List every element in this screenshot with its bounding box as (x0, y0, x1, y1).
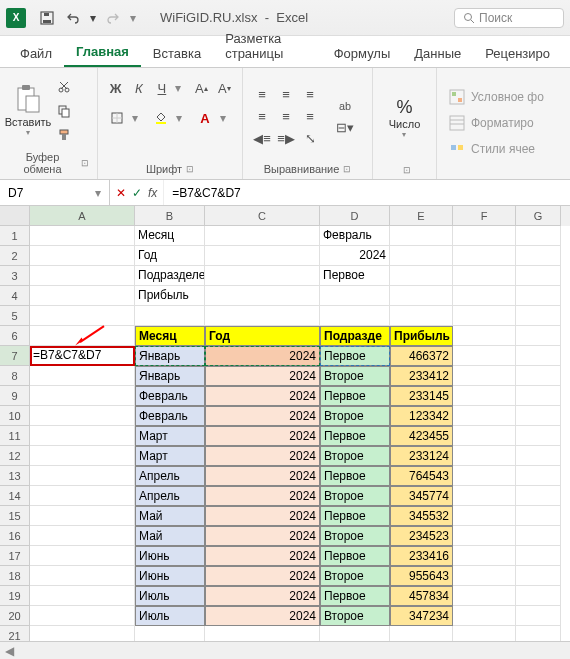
cell-D20[interactable]: Второе (320, 606, 390, 626)
row-header[interactable]: 7 (0, 346, 30, 366)
cell-G12[interactable] (516, 446, 561, 466)
cell-C3[interactable] (205, 266, 320, 286)
cell-B5[interactable] (135, 306, 205, 326)
font-size-decrease[interactable]: A▾ (215, 78, 234, 98)
align-expand[interactable]: ⊡ (343, 164, 351, 174)
borders-button[interactable] (106, 108, 128, 128)
conditional-formatting[interactable]: Условное фо (445, 87, 562, 107)
cell-D19[interactable]: Первое (320, 586, 390, 606)
font-size-increase[interactable]: A▴ (192, 78, 211, 98)
cell-G5[interactable] (516, 306, 561, 326)
underline-dropdown[interactable]: ▾ (175, 81, 187, 95)
cell-C14[interactable]: 2024 (205, 486, 320, 506)
cell-A19[interactable] (30, 586, 135, 606)
cell-B14[interactable]: Апрель (135, 486, 205, 506)
select-all-corner[interactable] (0, 206, 30, 226)
accept-formula[interactable]: ✓ (132, 186, 142, 200)
row-header[interactable]: 15 (0, 506, 30, 526)
cell-A7[interactable]: =B7&C7&D7 (30, 346, 135, 366)
indent-increase[interactable]: ≡▶ (275, 129, 297, 149)
cell-E7[interactable]: 466372 (390, 346, 453, 366)
cell-F13[interactable] (453, 466, 516, 486)
grid[interactable]: A B C D E F G 1МесяцФевраль2Год20243Подр… (0, 206, 570, 646)
cell-A17[interactable] (30, 546, 135, 566)
save-button[interactable] (36, 7, 58, 29)
cell-F7[interactable] (453, 346, 516, 366)
cell-F16[interactable] (453, 526, 516, 546)
cell-C9[interactable]: 2024 (205, 386, 320, 406)
cell-E1[interactable] (390, 226, 453, 246)
col-header-G[interactable]: G (516, 206, 561, 226)
cell-G2[interactable] (516, 246, 561, 266)
cell-B12[interactable]: Март (135, 446, 205, 466)
cell-C4[interactable] (205, 286, 320, 306)
cell-C1[interactable] (205, 226, 320, 246)
col-header-F[interactable]: F (453, 206, 516, 226)
cell-A15[interactable] (30, 506, 135, 526)
cell-C10[interactable]: 2024 (205, 406, 320, 426)
col-header-C[interactable]: C (205, 206, 320, 226)
cell-A5[interactable] (30, 306, 135, 326)
cell-C17[interactable]: 2024 (205, 546, 320, 566)
cell-B11[interactable]: Март (135, 426, 205, 446)
cell-B7[interactable]: Январь (135, 346, 205, 366)
cell-D5[interactable] (320, 306, 390, 326)
cell-F4[interactable] (453, 286, 516, 306)
cancel-formula[interactable]: ✕ (116, 186, 126, 200)
cell-G14[interactable] (516, 486, 561, 506)
cell-C20[interactable]: 2024 (205, 606, 320, 626)
cell-B9[interactable]: Февраль (135, 386, 205, 406)
orientation[interactable]: ⤡ (299, 129, 321, 149)
cell-F8[interactable] (453, 366, 516, 386)
cell-E11[interactable]: 423455 (390, 426, 453, 446)
row-header[interactable]: 6 (0, 326, 30, 346)
cell-F12[interactable] (453, 446, 516, 466)
cell-D2[interactable]: 2024 (320, 246, 390, 266)
cell-B13[interactable]: Апрель (135, 466, 205, 486)
cell-C6[interactable]: Год (205, 326, 320, 346)
cell-F14[interactable] (453, 486, 516, 506)
col-header-E[interactable]: E (390, 206, 453, 226)
cell-F5[interactable] (453, 306, 516, 326)
col-header-D[interactable]: D (320, 206, 390, 226)
row-header[interactable]: 17 (0, 546, 30, 566)
row-header[interactable]: 8 (0, 366, 30, 386)
format-painter-button[interactable] (54, 125, 74, 145)
cell-C7[interactable]: 2024 (205, 346, 320, 366)
cell-D11[interactable]: Первое (320, 426, 390, 446)
cell-E12[interactable]: 233124 (390, 446, 453, 466)
font-color-dropdown[interactable]: ▾ (220, 111, 234, 125)
cell-A18[interactable] (30, 566, 135, 586)
fill-dropdown[interactable]: ▾ (176, 111, 190, 125)
cell-E9[interactable]: 233145 (390, 386, 453, 406)
format-as-table[interactable]: Форматиро (445, 113, 562, 133)
tab-data[interactable]: Данные (402, 40, 473, 67)
cell-G10[interactable] (516, 406, 561, 426)
cell-F1[interactable] (453, 226, 516, 246)
cell-G7[interactable] (516, 346, 561, 366)
tab-insert[interactable]: Вставка (141, 40, 213, 67)
cell-A13[interactable] (30, 466, 135, 486)
row-header[interactable]: 4 (0, 286, 30, 306)
align-middle[interactable]: ≡ (275, 85, 297, 105)
align-bottom[interactable]: ≡ (299, 85, 321, 105)
fill-color-button[interactable] (150, 108, 172, 128)
col-header-A[interactable]: A (30, 206, 135, 226)
cell-B20[interactable]: Июль (135, 606, 205, 626)
cell-A11[interactable] (30, 426, 135, 446)
cell-A1[interactable] (30, 226, 135, 246)
cell-G9[interactable] (516, 386, 561, 406)
cell-G20[interactable] (516, 606, 561, 626)
cell-D8[interactable]: Второе (320, 366, 390, 386)
indent-decrease[interactable]: ◀≡ (251, 129, 273, 149)
cell-G16[interactable] (516, 526, 561, 546)
cell-F20[interactable] (453, 606, 516, 626)
number-format[interactable]: % Число ▾ (389, 97, 421, 139)
cell-C12[interactable]: 2024 (205, 446, 320, 466)
cell-D18[interactable]: Второе (320, 566, 390, 586)
cell-D13[interactable]: Первое (320, 466, 390, 486)
cell-D12[interactable]: Второе (320, 446, 390, 466)
cell-styles[interactable]: Стили ячее (445, 139, 562, 159)
cell-A16[interactable] (30, 526, 135, 546)
cell-F9[interactable] (453, 386, 516, 406)
